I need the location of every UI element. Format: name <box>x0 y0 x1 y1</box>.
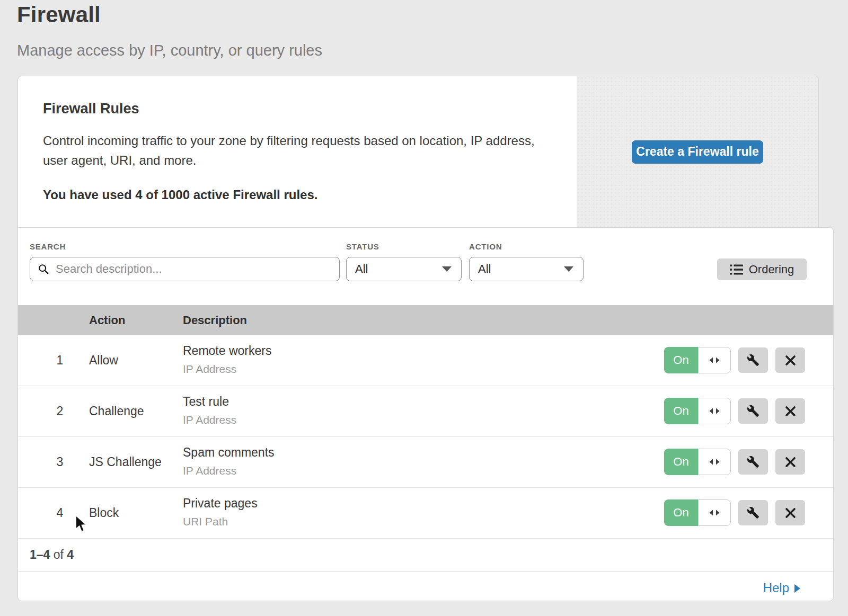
rule-field: IP Address <box>183 414 236 426</box>
rule-enabled-toggle[interactable]: On <box>664 398 731 424</box>
toggle-on-label: On <box>664 449 698 475</box>
action-select[interactable]: All <box>469 257 584 281</box>
search-input-wrapper <box>30 257 340 281</box>
edit-rule-button[interactable] <box>738 347 768 373</box>
pagination-range: 1–4 <box>30 548 50 561</box>
column-header-action: Action <box>89 305 125 335</box>
card-heading: Firewall Rules <box>43 101 577 117</box>
delete-rule-button[interactable] <box>775 398 805 424</box>
rule-description: Remote workers <box>183 344 271 358</box>
rule-enabled-toggle[interactable]: On <box>664 499 731 526</box>
card-footer: Help <box>18 572 833 601</box>
close-icon <box>785 355 796 366</box>
edit-rule-button[interactable] <box>738 500 768 525</box>
rules-list-card: SEARCH STATUS All ACTION All <box>17 227 834 601</box>
action-select-value: All <box>478 262 491 276</box>
status-select[interactable]: All <box>346 257 462 281</box>
rule-priority: 1 <box>39 335 81 386</box>
pagination-total: 4 <box>67 548 74 561</box>
rule-action: Challenge <box>89 386 144 436</box>
status-select-value: All <box>355 262 368 276</box>
toggle-on-label: On <box>664 347 698 373</box>
delete-rule-button[interactable] <box>775 449 805 475</box>
table-row: 2 Challenge Test rule IP Address On <box>18 386 833 437</box>
close-icon <box>785 457 796 468</box>
rule-description: Private pages <box>183 496 258 511</box>
wrench-icon <box>747 354 759 367</box>
rule-description: Spam comments <box>183 445 275 460</box>
rule-action: Block <box>89 488 119 538</box>
edit-rule-button[interactable] <box>738 398 768 424</box>
table-header: Action Description <box>18 305 833 335</box>
rule-priority: 4 <box>39 488 81 538</box>
toggle-arrows-icon <box>698 449 731 475</box>
toggle-arrows-icon <box>698 347 731 373</box>
pagination: 1–4 of 4 <box>18 539 833 572</box>
rule-enabled-toggle[interactable]: On <box>664 449 731 475</box>
column-header-description: Description <box>183 305 247 335</box>
rules-table-body: 1 Allow Remote workers IP Address On <box>18 335 833 539</box>
rule-field: IP Address <box>183 363 271 376</box>
create-rule-panel: Create a Firewall rule <box>577 76 818 227</box>
page-subtitle: Manage access by IP, country, or query r… <box>17 42 322 59</box>
close-icon <box>785 406 796 417</box>
ordering-list-icon <box>730 264 743 275</box>
delete-rule-button[interactable] <box>775 347 805 373</box>
close-icon <box>785 507 796 519</box>
toggle-on-label: On <box>664 398 698 424</box>
ordering-button[interactable]: Ordering <box>717 258 807 280</box>
table-row: 4 Block Private pages URI Path On <box>18 488 833 539</box>
help-link[interactable]: Help <box>763 581 800 595</box>
rule-field: IP Address <box>183 465 275 477</box>
ordering-button-label: Ordering <box>749 263 794 276</box>
rule-enabled-toggle[interactable]: On <box>664 347 731 373</box>
delete-rule-button[interactable] <box>775 500 805 525</box>
triangle-right-icon <box>794 584 800 593</box>
page-title: Firewall <box>17 2 101 28</box>
help-link-label: Help <box>763 581 789 595</box>
status-label: STATUS <box>346 242 379 251</box>
usage-text: You have used 4 of 1000 active Firewall … <box>43 188 577 202</box>
chevron-down-icon <box>442 266 452 272</box>
pagination-of: of <box>54 548 64 561</box>
rule-description: Test rule <box>183 395 236 409</box>
card-description: Control incoming traffic to your zone by… <box>43 131 549 170</box>
search-input[interactable] <box>55 262 339 276</box>
firewall-page: Firewall Manage access by IP, country, o… <box>0 0 848 616</box>
search-label: SEARCH <box>30 242 66 251</box>
firewall-rules-info: Firewall Rules Control incoming traffic … <box>18 76 577 227</box>
filters-bar: SEARCH STATUS All ACTION All <box>18 228 833 305</box>
wrench-icon <box>747 405 759 417</box>
toggle-arrows-icon <box>698 499 731 526</box>
search-icon <box>38 263 49 275</box>
rule-field: URI Path <box>183 515 258 528</box>
table-row: 1 Allow Remote workers IP Address On <box>18 335 833 386</box>
edit-rule-button[interactable] <box>738 449 768 475</box>
create-firewall-rule-button[interactable]: Create a Firewall rule <box>632 140 763 164</box>
action-label: ACTION <box>469 242 502 251</box>
toggle-on-label: On <box>664 499 698 526</box>
toggle-arrows-icon <box>698 398 731 424</box>
rule-action: Allow <box>89 335 118 386</box>
firewall-rules-card: Firewall Rules Control incoming traffic … <box>17 76 819 227</box>
rule-action: JS Challenge <box>89 437 162 487</box>
wrench-icon <box>747 506 759 519</box>
table-row: 3 JS Challenge Spam comments IP Address … <box>18 437 833 488</box>
rule-priority: 3 <box>39 437 81 487</box>
chevron-down-icon <box>564 266 573 272</box>
rule-priority: 2 <box>39 386 81 436</box>
wrench-icon <box>747 456 759 468</box>
